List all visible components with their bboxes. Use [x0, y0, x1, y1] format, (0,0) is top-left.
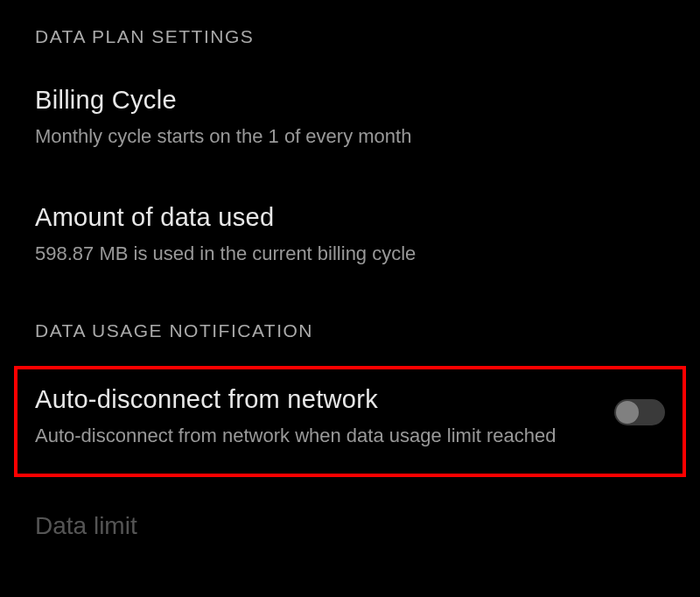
- settings-screen: DATA PLAN SETTINGS Billing Cycle Monthly…: [0, 0, 700, 540]
- setting-auto-disconnect[interactable]: Auto-disconnect from network Auto-discon…: [14, 366, 686, 478]
- billing-cycle-title: Billing Cycle: [35, 86, 665, 115]
- toggle-knob: [616, 401, 639, 424]
- billing-cycle-subtitle: Monthly cycle starts on the 1 of every m…: [35, 123, 665, 151]
- data-limit-title: Data limit: [35, 512, 665, 540]
- data-used-title: Amount of data used: [35, 203, 665, 232]
- setting-billing-cycle[interactable]: Billing Cycle Monthly cycle starts on th…: [35, 86, 665, 151]
- auto-disconnect-title: Auto-disconnect from network: [35, 385, 593, 414]
- setting-data-limit[interactable]: Data limit: [35, 512, 665, 540]
- section-header-data-plan: DATA PLAN SETTINGS: [35, 26, 665, 47]
- auto-disconnect-subtitle: Auto-disconnect from network when data u…: [35, 423, 593, 450]
- section-header-data-usage-notification: DATA USAGE NOTIFICATION: [35, 320, 665, 341]
- auto-disconnect-toggle[interactable]: [614, 399, 665, 425]
- setting-data-used[interactable]: Amount of data used 598.87 MB is used in…: [35, 203, 665, 268]
- auto-disconnect-text: Auto-disconnect from network Auto-discon…: [35, 385, 593, 450]
- data-used-subtitle: 598.87 MB is used in the current billing…: [35, 241, 665, 268]
